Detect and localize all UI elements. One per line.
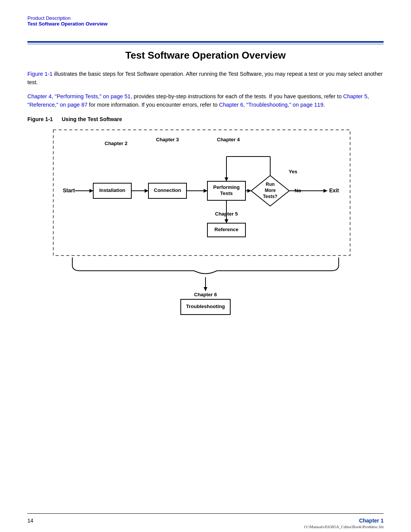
svg-text:Connection: Connection — [154, 187, 181, 193]
svg-text:Chapter 6: Chapter 6 — [194, 292, 217, 297]
svg-text:Start: Start — [63, 187, 75, 193]
svg-marker-39 — [204, 287, 207, 291]
chapter4-link[interactable]: Chapter 4, "Performing Tests," on page 5… — [27, 93, 132, 99]
svg-text:Reference: Reference — [215, 227, 239, 232]
svg-text:Performing: Performing — [213, 184, 239, 190]
svg-marker-6 — [89, 189, 93, 193]
svg-text:Run: Run — [266, 182, 274, 187]
figure-link[interactable]: Figure 1-1 — [27, 71, 53, 77]
svg-marker-32 — [225, 177, 228, 181]
svg-text:Exit: Exit — [329, 187, 339, 193]
svg-marker-27 — [323, 189, 327, 193]
diagram-svg: Chapter 2Chapter 3Chapter 4StartInstalla… — [49, 126, 362, 324]
chapter6-link[interactable]: Chapter 6, "Troubleshooting," on page 11… — [219, 102, 323, 108]
svg-text:Troubleshooting: Troubleshooting — [186, 304, 225, 309]
breadcrumb-line1: Product Description — [27, 15, 108, 21]
footer-rule — [27, 513, 384, 514]
footer-page-number: 14 — [27, 518, 33, 524]
footer-chapter-label: Chapter 1 — [359, 518, 384, 524]
diagram-container: Chapter 2Chapter 3Chapter 4StartInstalla… — [27, 126, 384, 324]
header-rule-thin — [27, 44, 384, 44]
svg-marker-10 — [145, 189, 148, 193]
svg-text:Installation: Installation — [99, 187, 126, 193]
svg-text:Tests: Tests — [220, 190, 233, 196]
footer-filename: O:\Manuals\E6385A_Cdma\Book\Proddesc.fm — [304, 524, 384, 529]
svg-marker-14 — [204, 189, 207, 193]
breadcrumb-line2: Test Software Operation Overview — [27, 21, 108, 27]
svg-text:Yes: Yes — [289, 169, 297, 174]
svg-text:More: More — [265, 188, 276, 193]
page-title: Test Software Operation Overview — [27, 50, 384, 61]
svg-text:Chapter 3: Chapter 3 — [156, 137, 179, 142]
paragraph-1: Figure 1-1 illustrates the basic steps f… — [27, 70, 384, 87]
figure-label: Figure 1-1 Using the Test Software — [27, 116, 384, 122]
svg-marker-35 — [225, 219, 228, 223]
svg-text:Tests?: Tests? — [263, 194, 277, 199]
paragraph-2: Chapter 4, "Performing Tests," on page 5… — [27, 92, 384, 109]
header-rule-thick — [27, 41, 384, 43]
footer: 14 Chapter 1 — [27, 518, 384, 524]
svg-text:Chapter 4: Chapter 4 — [217, 137, 240, 142]
svg-text:Chapter 2: Chapter 2 — [105, 141, 127, 146]
